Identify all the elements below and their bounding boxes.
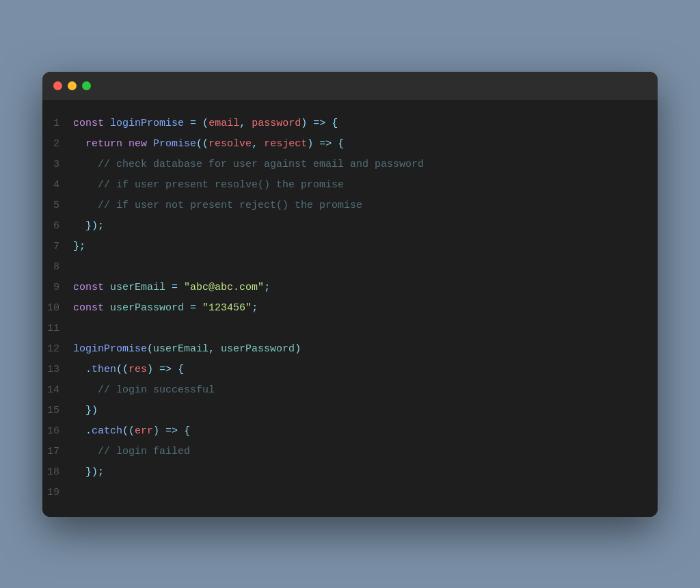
line-number: 15 (42, 401, 73, 421)
code-line-14: 14 // login successful (42, 380, 651, 401)
code-content: .then((res) => { (73, 360, 184, 380)
code-line-11: 11 (42, 319, 651, 339)
code-content: // login failed (73, 442, 190, 462)
line-number: 4 (42, 175, 73, 196)
code-line-5: 5 // if user not present reject() the pr… (42, 196, 651, 216)
line-number: 7 (42, 237, 73, 257)
line-number: 14 (42, 380, 73, 401)
code-content: // if user not present reject() the prom… (73, 196, 362, 216)
code-line-15: 15 }) (42, 401, 651, 421)
line-number: 9 (42, 278, 73, 298)
maximize-button[interactable] (82, 81, 91, 90)
code-line-16: 16 .catch((err) => { (42, 421, 651, 442)
code-line-2: 2 return new Promise((resolve, resject) … (42, 134, 651, 155)
code-line-19: 19 (42, 483, 651, 503)
code-area: 1 const loginPromise = (email, password)… (42, 100, 658, 517)
code-line-4: 4 // if user present resolve() the promi… (42, 175, 651, 196)
code-line-1: 1 const loginPromise = (email, password)… (42, 113, 651, 134)
code-line-9: 9 const userEmail = "abc@abc.com"; (42, 278, 651, 298)
line-number: 6 (42, 216, 73, 237)
line-number: 19 (42, 483, 73, 503)
line-number: 17 (42, 442, 73, 462)
code-content: // login successful (73, 380, 215, 401)
code-line-12: 12 loginPromise(userEmail, userPassword) (42, 339, 651, 360)
code-line-8: 8 (42, 257, 651, 278)
line-number: 18 (42, 462, 73, 483)
code-line-17: 17 // login failed (42, 442, 651, 462)
code-content: const loginPromise = (email, password) =… (73, 113, 338, 134)
code-line-3: 3 // check database for user against ema… (42, 155, 651, 175)
code-line-6: 6 }); (42, 216, 651, 237)
line-number: 13 (42, 360, 73, 380)
line-number: 11 (42, 319, 73, 339)
code-content: const userPassword = "123456"; (73, 298, 258, 319)
code-content: }; (73, 237, 85, 257)
code-line-10: 10 const userPassword = "123456"; (42, 298, 651, 319)
line-number: 12 (42, 339, 73, 360)
code-content: .catch((err) => { (73, 421, 190, 442)
code-content: return new Promise((resolve, resject) =>… (73, 134, 344, 155)
code-line-18: 18 }); (42, 462, 651, 483)
titlebar (42, 72, 658, 100)
code-content: const userEmail = "abc@abc.com"; (73, 278, 270, 298)
line-number: 8 (42, 257, 73, 278)
code-line-7: 7 }; (42, 237, 651, 257)
line-number: 3 (42, 155, 73, 175)
code-content: }); (73, 462, 104, 483)
line-number: 16 (42, 421, 73, 442)
line-number: 10 (42, 298, 73, 319)
code-content: }) (73, 401, 98, 421)
line-number: 5 (42, 196, 73, 216)
minimize-button[interactable] (68, 81, 77, 90)
code-editor-window: 1 const loginPromise = (email, password)… (42, 72, 658, 517)
code-content: loginPromise(userEmail, userPassword) (73, 339, 301, 360)
code-line-13: 13 .then((res) => { (42, 360, 651, 380)
line-number: 1 (42, 113, 73, 134)
code-content: // if user present resolve() the promise (73, 175, 344, 196)
code-content: }); (73, 216, 104, 237)
line-number: 2 (42, 134, 73, 155)
close-button[interactable] (53, 81, 62, 90)
code-content: // check database for user against email… (73, 155, 424, 175)
